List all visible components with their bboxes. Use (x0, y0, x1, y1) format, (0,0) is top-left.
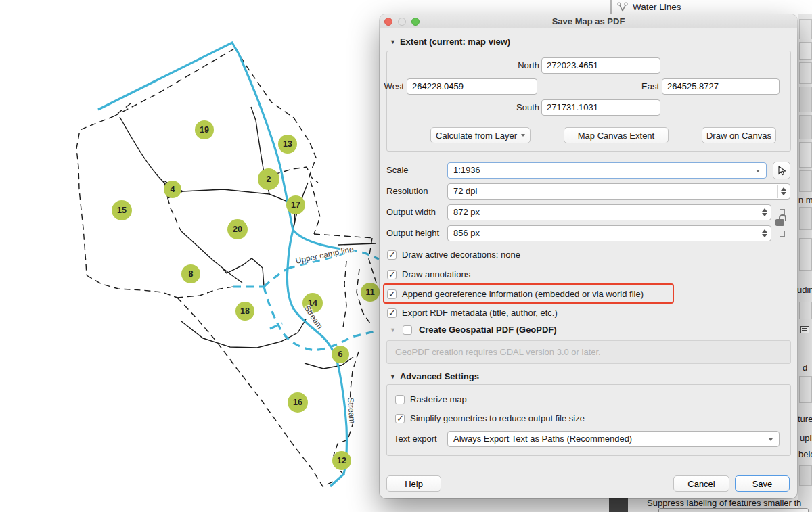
east-input[interactable]: 264525.8727 (662, 78, 780, 95)
checkbox[interactable] (395, 395, 405, 404)
map-marker: 13 (278, 135, 297, 154)
panel-divider (610, 0, 612, 14)
spinner-arrows[interactable] (759, 227, 770, 240)
line-nw-divider (120, 117, 167, 186)
boundary-region8 (177, 287, 233, 298)
collapse-triangle-icon[interactable]: ▼ (390, 39, 396, 45)
checkbox[interactable] (395, 414, 405, 423)
chevron-down-icon (521, 134, 525, 137)
draw-decorations-label: Draw active decorations: none (402, 250, 520, 260)
boundary-bottomleft (87, 275, 177, 298)
occluded-suppress-label: Suppress labeling of features smaller th (647, 498, 812, 508)
collapse-triangle-icon[interactable]: ▼ (390, 373, 396, 380)
layer-item-label: Water Lines (633, 2, 681, 12)
occluded-panel-box (799, 207, 812, 230)
occluded-panel-box (799, 170, 812, 192)
minimize-window-icon[interactable] (398, 18, 406, 26)
chevron-down-icon (769, 438, 773, 441)
output-width-spinbox[interactable]: 872 px (447, 204, 771, 220)
boundary-left (76, 103, 131, 275)
occluded-text-fragment: ture (798, 414, 812, 424)
occluded-panel-box (799, 465, 812, 486)
set-scale-from-canvas-button[interactable] (773, 162, 790, 179)
export-rdf-checkbox-row[interactable]: Export RDF metadata (title, author, etc.… (387, 308, 558, 318)
south-input[interactable]: 271731.1031 (541, 99, 660, 116)
cursor-icon (777, 166, 786, 176)
collapse-triangle-icon[interactable]: ▼ (390, 327, 396, 333)
line-layer-icon (617, 2, 629, 13)
geopdf-section-label: Create Geospatial PDF (GeoPDF) (419, 325, 557, 335)
checkbox[interactable] (387, 250, 397, 260)
text-export-value: Always Export Text as Paths (Recommended… (453, 434, 632, 444)
simplify-checkbox-row[interactable]: Simplify geometries to reduce output fil… (395, 413, 585, 423)
spinner-arrows[interactable] (777, 185, 789, 198)
map-marker: 16 (288, 392, 308, 413)
map-marker: 15 (112, 200, 132, 220)
help-button[interactable]: Help (386, 475, 441, 492)
text-export-label: Text export (394, 431, 437, 447)
resolution-spinbox[interactable]: 72 dpi (447, 183, 790, 200)
line-18-16-divider (181, 319, 306, 348)
geopdf-checkbox[interactable] (403, 325, 412, 335)
boundary-topleft (114, 48, 235, 116)
text-export-dropdown[interactable]: Always Export Text as Paths (Recommended… (447, 431, 780, 447)
cancel-button[interactable]: Cancel (673, 475, 729, 492)
save-button[interactable]: Save (735, 475, 790, 492)
calculate-from-layer-button[interactable]: Calculate from Layer (430, 127, 531, 143)
waterline-loop (264, 287, 378, 350)
unlocked-padlock-icon[interactable] (775, 219, 784, 226)
map-label-stream: Stream (346, 397, 357, 424)
occluded-panel-box (799, 115, 812, 139)
extent-section-label: Extent (current: map view) (400, 37, 510, 47)
occluded-input[interactable] (658, 508, 809, 512)
link-bracket-icon (780, 231, 785, 237)
occluded-panel-box (799, 42, 812, 60)
west-label: West (377, 78, 404, 95)
occluded-swatch (609, 498, 628, 512)
occluded-text-fragment: d (803, 363, 807, 373)
draw-decorations-checkbox-row[interactable]: Draw active decorations: none (387, 250, 520, 260)
map-marker: 4 (164, 181, 181, 198)
layer-item-water-lines[interactable]: Water Lines (614, 1, 684, 14)
stream-branch (293, 230, 342, 249)
resolution-value: 72 dpi (453, 186, 477, 196)
map-marker: 11 (361, 283, 380, 302)
chevron-down-icon (756, 170, 760, 172)
cancel-label: Cancel (687, 479, 715, 489)
rasterize-checkbox-row[interactable]: Rasterize map (395, 394, 467, 404)
dialog-title: Save Map as PDF (552, 16, 625, 26)
simplify-label: Simplify geometries to reduce output fil… (410, 413, 585, 423)
boundary-region14 (343, 261, 346, 327)
north-input[interactable]: 272023.4651 (541, 57, 660, 74)
rasterize-label: Rasterize map (410, 394, 467, 404)
checkbox[interactable] (387, 270, 397, 279)
checkbox[interactable] (387, 308, 397, 318)
west-input[interactable]: 264228.0459 (407, 78, 537, 95)
advanced-settings-header[interactable]: ▼ Advanced Settings (390, 371, 479, 381)
geopdf-note: GeoPDF creation requires GDAL version 3.… (386, 340, 791, 364)
draw-annotations-checkbox-row[interactable]: Draw annotations (387, 269, 470, 279)
boundary-below4 (168, 198, 181, 231)
help-label: Help (405, 479, 423, 489)
map-marker: 20 (227, 219, 248, 239)
zoom-window-icon[interactable] (411, 18, 420, 26)
export-rdf-label: Export RDF metadata (title, author, etc.… (402, 308, 558, 318)
map-marker: 8 (181, 264, 200, 283)
extent-section-header[interactable]: ▼ Extent (current: map view) (390, 37, 510, 47)
output-height-label: Output height (386, 225, 439, 241)
output-height-spinbox[interactable]: 856 px (447, 225, 771, 241)
map-marker: 19 (195, 120, 214, 139)
map-canvas-extent-button[interactable]: Map Canvas Extent (564, 127, 669, 143)
map-marker: 2 (258, 168, 279, 190)
draw-on-canvas-button[interactable]: Draw on Canvas (702, 127, 776, 143)
output-height-value: 856 px (453, 228, 480, 238)
spinner-arrows[interactable] (759, 206, 770, 219)
east-label: East (626, 78, 659, 95)
dialog-titlebar[interactable]: Save Map as PDF (380, 14, 797, 28)
north-label: North (472, 57, 539, 74)
scale-combobox[interactable]: 1:1936 (447, 162, 767, 179)
occluded-panel-box (799, 62, 812, 84)
geopdf-section-header[interactable]: ▼ Create Geospatial PDF (GeoPDF) (390, 325, 557, 335)
close-window-icon[interactable] (384, 18, 392, 26)
output-width-label: Output width (386, 204, 436, 220)
